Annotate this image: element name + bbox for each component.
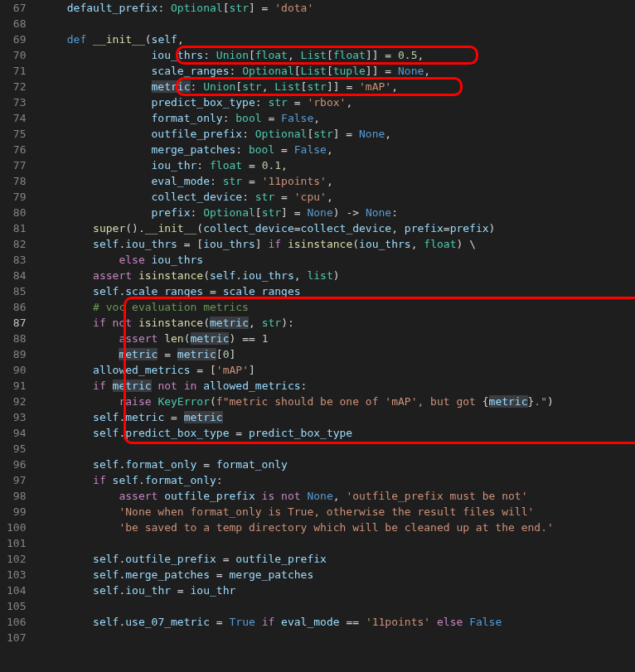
code-line[interactable]: raise KeyError(f"metric should be one of… (41, 394, 628, 409)
line-number: 72 (7, 79, 26, 94)
code-line[interactable]: self.merge_patches = merge_patches (41, 567, 628, 583)
code-area[interactable]: default_prefix: Optional[str] = 'dota' d… (41, 0, 635, 645)
line-number: 74 (7, 110, 26, 126)
code-line[interactable] (41, 441, 628, 457)
line-number: 79 (7, 189, 26, 205)
code-line[interactable]: if not isinstance(metric, str): (41, 315, 628, 331)
code-line[interactable]: assert outfile_prefix is not None, 'outf… (41, 488, 628, 504)
code-line[interactable]: allowed_metrics = ['mAP'] (41, 362, 628, 378)
line-number-gutter: 6768697071727374757677787980818283848586… (0, 0, 41, 645)
line-number: 106 (7, 614, 26, 630)
line-number: 107 (7, 630, 26, 645)
line-number: 76 (7, 142, 26, 157)
line-number: 103 (7, 567, 26, 583)
line-number: 105 (7, 598, 26, 614)
line-number: 83 (7, 252, 26, 268)
code-line[interactable]: # voc evaluation metrics (41, 299, 628, 315)
line-number: 89 (7, 346, 26, 362)
line-number: 91 (7, 378, 26, 394)
code-line[interactable]: predict_box_type: str = 'rbox', (41, 94, 628, 110)
code-line[interactable]: self.iou_thr = iou_thr (41, 583, 628, 598)
line-number: 90 (7, 362, 26, 378)
code-line[interactable]: metric = metric[0] (41, 346, 628, 362)
line-number: 77 (7, 157, 26, 173)
code-line[interactable]: outfile_prefix: Optional[str] = None, (41, 126, 628, 142)
line-number: 98 (7, 488, 26, 504)
code-line[interactable]: self.scale_ranges = scale_ranges (41, 283, 628, 299)
code-line[interactable]: self.use_07_metric = True if eval_mode =… (41, 614, 628, 630)
line-number: 97 (7, 472, 26, 488)
line-number: 82 (7, 236, 26, 252)
line-number: 78 (7, 173, 26, 189)
code-line[interactable]: assert len(metric) == 1 (41, 331, 628, 346)
line-number: 86 (7, 299, 26, 315)
code-line[interactable] (41, 598, 628, 614)
code-line[interactable]: def __init__(self, (41, 31, 628, 47)
code-line[interactable]: assert isinstance(self.iou_thrs, list) (41, 268, 628, 283)
line-number: 94 (7, 425, 26, 441)
code-line[interactable]: self.outfile_prefix = outfile_prefix (41, 551, 628, 567)
line-number: 93 (7, 409, 26, 425)
code-line[interactable]: self.predict_box_type = predict_box_type (41, 425, 628, 441)
code-line[interactable] (41, 630, 628, 645)
line-number: 102 (7, 551, 26, 567)
code-line[interactable]: if self.format_only: (41, 472, 628, 488)
line-number: 100 (7, 520, 26, 535)
code-line[interactable]: scale_ranges: Optional[List[tuple]] = No… (41, 63, 628, 79)
line-number: 73 (7, 94, 26, 110)
code-line[interactable]: 'be saved to a temp directory which will… (41, 520, 628, 535)
code-line[interactable]: prefix: Optional[str] = None) -> None: (41, 205, 628, 220)
code-line[interactable]: self.format_only = format_only (41, 457, 628, 472)
line-number: 104 (7, 583, 26, 598)
code-line[interactable]: self.metric = metric (41, 409, 628, 425)
code-line[interactable]: collect_device: str = 'cpu', (41, 189, 628, 205)
code-line[interactable]: if metric not in allowed_metrics: (41, 378, 628, 394)
code-line[interactable]: else iou_thrs (41, 252, 628, 268)
line-number: 67 (7, 0, 26, 16)
line-number: 80 (7, 205, 26, 220)
line-number: 95 (7, 441, 26, 457)
line-number: 99 (7, 504, 26, 520)
code-line[interactable]: merge_patches: bool = False, (41, 142, 628, 157)
line-number: 85 (7, 283, 26, 299)
code-line[interactable] (41, 16, 628, 31)
code-line[interactable]: iou_thrs: Union[float, List[float]] = 0.… (41, 47, 628, 63)
line-number: 81 (7, 220, 26, 236)
line-number: 68 (7, 16, 26, 31)
line-number: 92 (7, 394, 26, 409)
code-line[interactable]: format_only: bool = False, (41, 110, 628, 126)
code-line[interactable]: default_prefix: Optional[str] = 'dota' (41, 0, 628, 16)
line-number: 101 (7, 535, 26, 551)
line-number: 71 (7, 63, 26, 79)
line-number: 87 (7, 315, 26, 331)
code-editor[interactable]: 6768697071727374757677787980818283848586… (0, 0, 635, 645)
code-line[interactable]: self.iou_thrs = [iou_thrs] if isinstance… (41, 236, 628, 252)
code-line[interactable]: 'None when format_only is True, otherwis… (41, 504, 628, 520)
code-line[interactable]: metric: Union[str, List[str]] = 'mAP', (41, 79, 628, 94)
line-number: 88 (7, 331, 26, 346)
line-number: 70 (7, 47, 26, 63)
line-number: 69 (7, 31, 26, 47)
line-number: 75 (7, 126, 26, 142)
code-line[interactable]: super().__init__(collect_device=collect_… (41, 220, 628, 236)
line-number: 96 (7, 457, 26, 472)
code-line[interactable]: eval_mode: str = '11points', (41, 173, 628, 189)
line-number: 84 (7, 268, 26, 283)
code-line[interactable]: iou_thr: float = 0.1, (41, 157, 628, 173)
code-line[interactable] (41, 535, 628, 551)
